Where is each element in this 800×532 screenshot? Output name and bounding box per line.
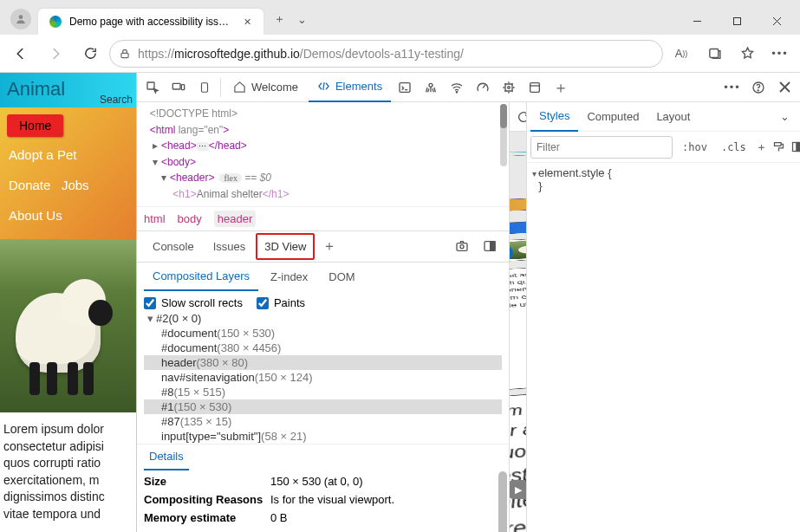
drawer-dock-button[interactable] — [478, 234, 502, 258]
window-close-button[interactable] — [757, 7, 797, 35]
nav-back-button[interactable] — [5, 38, 36, 69]
crumb-body[interactable]: body — [178, 212, 202, 225]
svg-point-12 — [429, 83, 433, 87]
code-icon — [317, 80, 330, 93]
3d-nav-layer — [510, 218, 526, 240]
device-emulation-button[interactable] — [192, 75, 217, 100]
url-text: https://microsoftedge.github.io/Demos/de… — [138, 47, 654, 61]
window-maximize-button[interactable] — [717, 7, 757, 35]
subtab-zindex[interactable]: Z-index — [262, 263, 316, 291]
subtab-dom[interactable]: DOM — [320, 263, 363, 291]
dom-scroll-thumb[interactable] — [500, 104, 507, 128]
edge-favicon-icon — [49, 15, 62, 29]
tab-elements[interactable]: Elements — [309, 73, 391, 102]
tab-details[interactable]: Details — [144, 444, 189, 470]
svg-rect-14 — [505, 84, 512, 91]
3d-view-pane[interactable]: Lorem ipsum dolor, sit amet consectetur … — [510, 102, 526, 532]
tab-network-icon[interactable] — [445, 75, 469, 100]
page-title: Animal — [7, 78, 65, 100]
nav-about[interactable]: About Us — [0, 200, 136, 230]
nav-refresh-button[interactable] — [75, 38, 106, 69]
styles-expand-button[interactable]: ⌄ — [772, 105, 797, 129]
devtools-close-button[interactable] — [772, 75, 797, 100]
svg-rect-2 — [733, 17, 740, 24]
svg-point-15 — [508, 86, 511, 88]
profile-icon[interactable] — [10, 9, 31, 29]
tab-welcome[interactable]: Welcome — [224, 73, 307, 102]
svg-point-22 — [460, 245, 464, 249]
page-lorem: Lorem ipsum dolor consectetur adipisi qu… — [0, 412, 136, 523]
svg-rect-5 — [121, 53, 128, 57]
cls-button[interactable]: .cls — [717, 141, 751, 153]
styles-computed-toggle[interactable] — [790, 135, 800, 159]
devtools-more-button[interactable]: ••• — [720, 75, 745, 100]
subtab-composited[interactable]: Composited Layers — [144, 263, 258, 291]
address-bar[interactable]: https://microsoftedge.github.io/Demos/de… — [109, 40, 663, 68]
new-tab-button[interactable]: ＋ — [267, 7, 291, 31]
devtools-help-button[interactable] — [746, 75, 771, 100]
favorite-button[interactable] — [732, 39, 762, 68]
demo-page: Animal Search Home Adopt a Pet Donate Jo… — [0, 73, 136, 532]
layer-header-row: header(380 × 80) — [144, 355, 502, 370]
drawer-tab-issues[interactable]: Issues — [205, 231, 255, 262]
svg-point-13 — [456, 91, 457, 92]
drawer-add-button[interactable]: ＋ — [316, 231, 342, 262]
tab-sources-icon[interactable] — [419, 75, 443, 100]
svg-point-18 — [758, 89, 758, 90]
read-aloud-button[interactable]: A)) — [667, 39, 696, 68]
home-icon — [233, 81, 246, 94]
svg-rect-6 — [709, 49, 718, 58]
dom-breadcrumb[interactable]: html body header — [137, 206, 509, 230]
3d-refresh-button[interactable] — [517, 105, 526, 129]
page-search-label[interactable]: Search — [100, 94, 133, 106]
layer-tree[interactable]: ▾#2(0 × 0) #document(150 × 530) #documen… — [137, 311, 509, 444]
svg-rect-8 — [172, 83, 180, 89]
3d-layer-outline-small — [510, 152, 526, 157]
chk-slow-scroll[interactable]: Slow scroll rects — [144, 296, 243, 310]
nav-adopt[interactable]: Adopt a Pet — [0, 139, 136, 170]
drawer-tab-console[interactable]: Console — [144, 231, 203, 262]
page-nav: Home Adopt a Pet Donate Jobs About Us — [0, 107, 136, 239]
browser-tab[interactable]: Demo page with accessibility iss… ✕ — [38, 9, 263, 35]
drawer-capture-button[interactable] — [450, 234, 474, 258]
nav-home[interactable]: Home — [7, 114, 63, 137]
styles-tab-styles[interactable]: Styles — [530, 102, 578, 132]
drawer-tab-3dview[interactable]: 3D View — [256, 233, 315, 260]
new-style-rule-button[interactable]: ＋ — [756, 135, 767, 159]
collections-button[interactable] — [699, 39, 729, 68]
styles-filter-input[interactable] — [530, 136, 673, 159]
tab-performance-icon[interactable] — [471, 75, 495, 100]
tab-actions-button[interactable]: ⌄ — [291, 7, 312, 31]
hero-image — [0, 239, 136, 412]
dom-tree[interactable]: <!DOCTYPE html> <html lang="en"> ▸<head>… — [137, 102, 509, 206]
details-scrollbar[interactable] — [498, 471, 507, 532]
window-minimize-button[interactable] — [677, 7, 717, 35]
nav-donate-jobs[interactable]: Donate Jobs — [0, 170, 136, 200]
devtools: Welcome Elements ＋ — [136, 73, 800, 532]
styles-tab-computed[interactable]: Computed — [578, 102, 647, 132]
svg-rect-16 — [530, 82, 540, 92]
more-button[interactable]: ••• — [765, 39, 795, 68]
details-body: Size150 × 530 (at 0, 0) Compositing Reas… — [137, 470, 509, 532]
inspect-element-button[interactable] — [140, 75, 165, 100]
device-toolbar-button[interactable] — [166, 75, 191, 100]
styles-paint-button[interactable] — [772, 135, 785, 159]
lock-icon — [119, 48, 131, 60]
crumb-html[interactable]: html — [144, 212, 166, 225]
tab-title: Demo page with accessibility iss… — [69, 16, 234, 28]
tab-add-button[interactable]: ＋ — [549, 75, 573, 100]
hov-button[interactable]: :hov — [678, 141, 712, 153]
close-tab-icon[interactable]: ✕ — [241, 16, 253, 28]
svg-rect-10 — [202, 82, 208, 92]
styles-pane: Styles Computed Layout ⌄ :hov .cls ＋ — [526, 102, 800, 532]
tab-console-icon[interactable] — [393, 75, 417, 100]
tab-memory-icon[interactable] — [497, 75, 521, 100]
crumb-header[interactable]: header — [214, 211, 256, 227]
tab-application-icon[interactable] — [523, 75, 547, 100]
chk-paints[interactable]: Paints — [257, 296, 305, 310]
3d-pan-right[interactable]: ▶ — [510, 480, 526, 499]
styles-rules[interactable]: ▾element.style { } — [527, 163, 800, 196]
nav-forward-button — [40, 38, 71, 69]
styles-tab-layout[interactable]: Layout — [647, 102, 699, 132]
svg-rect-11 — [400, 82, 410, 92]
